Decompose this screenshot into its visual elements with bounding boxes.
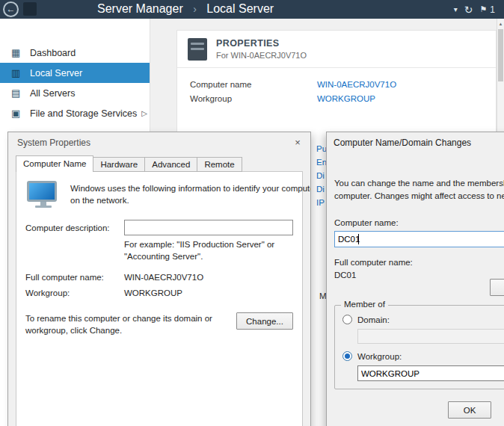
breadcrumb-separator-icon: › xyxy=(193,3,197,15)
notification-count[interactable]: 1 xyxy=(490,4,495,15)
domain-input-disabled xyxy=(357,329,504,344)
expand-triangle-icon[interactable]: ▷ xyxy=(141,109,147,117)
tab-advanced[interactable]: Advanced xyxy=(145,157,197,172)
full-computer-name-label: Full computer name: xyxy=(334,258,504,267)
sidebar-item-label: Dashboard xyxy=(30,48,76,58)
dashboard-icon: ▦ xyxy=(11,47,23,58)
sidebar-item-file-storage-services[interactable]: ▣ File and Storage Services ▷ xyxy=(0,103,150,123)
sidebar-item-label: All Servers xyxy=(30,88,75,99)
workgroup-label: Workgroup: xyxy=(25,288,124,297)
intro-text: You can change the name and the membersh… xyxy=(334,177,504,202)
server-tile-icon xyxy=(188,38,207,61)
back-button[interactable]: ← xyxy=(3,1,19,17)
breadcrumb: Server Manager › Local Server xyxy=(97,0,274,19)
dialog-title: Computer Name/Domain Changes xyxy=(327,132,504,153)
full-computer-name-label: Full computer name: xyxy=(25,273,124,282)
breadcrumb-local-server[interactable]: Local Server xyxy=(206,2,274,15)
text-cursor xyxy=(358,234,359,244)
workgroup-input[interactable] xyxy=(357,365,504,381)
workgroup-radio[interactable] xyxy=(342,351,352,361)
refresh-icon[interactable]: ↻ xyxy=(464,4,473,16)
occluded-value-fragment: Di xyxy=(316,171,326,180)
rename-hint-text: To rename this computer or change its do… xyxy=(25,312,212,336)
server-manager-window: ← Server Manager › Local Server ▾ ↻ ⚑ 1 … xyxy=(0,0,504,426)
sidebar-item-all-servers[interactable]: ▤ All Servers xyxy=(0,83,150,103)
computer-name-label: Computer name: xyxy=(334,218,504,227)
tab-remote[interactable]: Remote xyxy=(197,157,242,172)
computer-name-input[interactable] xyxy=(334,231,504,247)
computer-description-input[interactable] xyxy=(124,220,293,235)
property-label: Workgroup xyxy=(190,94,317,103)
change-button[interactable]: Change... xyxy=(236,312,293,330)
workgroup-value: WORKGROUP xyxy=(124,288,182,297)
tab-strip: Computer Name Hardware Advanced Remote xyxy=(16,155,242,172)
topbar: ← Server Manager › Local Server ▾ ↻ ⚑ 1 xyxy=(0,0,504,19)
description-example-text: For example: "IIS Production Server" or … xyxy=(124,239,293,262)
property-row-computer-name: Computer name WIN-0AECRJ0V71O xyxy=(190,77,496,91)
computer-description-label: Computer description: xyxy=(25,223,124,232)
full-computer-name-value: WIN-0AECRJ0V71O xyxy=(124,273,203,282)
system-properties-dialog: System Properties × Computer Name Hardwa… xyxy=(7,132,311,426)
ok-button[interactable]: OK xyxy=(448,401,491,419)
dialog-body: You can change the name and the membersh… xyxy=(327,177,504,389)
domain-radio-row[interactable]: Domain: xyxy=(342,315,504,324)
monitor-icon xyxy=(25,181,60,208)
intro-text: Windows uses the following information t… xyxy=(70,181,311,208)
workgroup-radio-label[interactable]: Workgroup: xyxy=(357,352,402,361)
topbar-actions: ▾ ↻ ⚑ 1 xyxy=(454,0,495,19)
occluded-value-fragment: En xyxy=(316,158,326,167)
properties-title: PROPERTIES xyxy=(216,38,307,49)
property-row-workgroup: Workgroup WORKGROUP xyxy=(190,91,496,105)
storage-icon: ▣ xyxy=(11,108,23,119)
computer-name-tab-page: Windows uses the following information t… xyxy=(16,171,303,426)
breadcrumb-server-manager[interactable]: Server Manager xyxy=(97,2,183,15)
occluded-value-fragment: Di xyxy=(316,185,326,194)
servers-icon: ▤ xyxy=(11,87,23,99)
dialog-title: System Properties xyxy=(8,132,310,153)
domain-radio[interactable] xyxy=(342,315,352,324)
occluded-value-fragment: IP xyxy=(316,198,326,207)
full-computer-name-value: DC01 xyxy=(334,271,504,280)
properties-fields: Computer name WIN-0AECRJ0V71O Workgroup … xyxy=(177,68,496,105)
computer-name-link[interactable]: WIN-0AECRJ0V71O xyxy=(317,80,396,89)
more-button-cutoff[interactable] xyxy=(490,279,504,296)
computer-name-domain-changes-dialog: Computer Name/Domain Changes You can cha… xyxy=(326,132,504,426)
scrollbar-thumb[interactable] xyxy=(498,29,503,81)
chevron-down-icon[interactable]: ▾ xyxy=(454,5,458,13)
tab-computer-name[interactable]: Computer Name xyxy=(16,155,93,172)
occluded-text-fragment: M xyxy=(319,291,326,300)
member-of-groupbox: Member of Domain: Workgroup: xyxy=(334,305,504,389)
server-icon: ▥ xyxy=(11,67,23,78)
scroll-up-arrow-icon[interactable]: ▲ xyxy=(497,19,504,29)
tab-hardware[interactable]: Hardware xyxy=(93,157,145,172)
property-label: Computer name xyxy=(190,80,317,89)
sidebar-item-local-server[interactable]: ▥ Local Server xyxy=(0,63,150,83)
app-icon xyxy=(23,2,37,16)
properties-subtitle: For WIN-0AECRJ0V71O xyxy=(216,51,307,60)
workgroup-radio-row[interactable]: Workgroup: xyxy=(342,351,504,361)
properties-header: PROPERTIES For WIN-0AECRJ0V71O xyxy=(177,31,496,68)
close-icon[interactable]: × xyxy=(292,137,304,149)
sidebar-item-label: File and Storage Services xyxy=(30,108,137,119)
notifications-flag-icon[interactable]: ⚑ xyxy=(479,4,487,14)
back-arrow-icon: ← xyxy=(7,4,16,14)
occluded-value-fragment: Pu xyxy=(316,144,326,153)
workgroup-link[interactable]: WORKGROUP xyxy=(317,94,375,103)
sidebar-item-dashboard[interactable]: ▦ Dashboard xyxy=(0,43,150,63)
domain-radio-label[interactable]: Domain: xyxy=(357,315,390,324)
member-of-label: Member of xyxy=(341,300,388,309)
sidebar-item-label: Local Server xyxy=(30,68,82,78)
